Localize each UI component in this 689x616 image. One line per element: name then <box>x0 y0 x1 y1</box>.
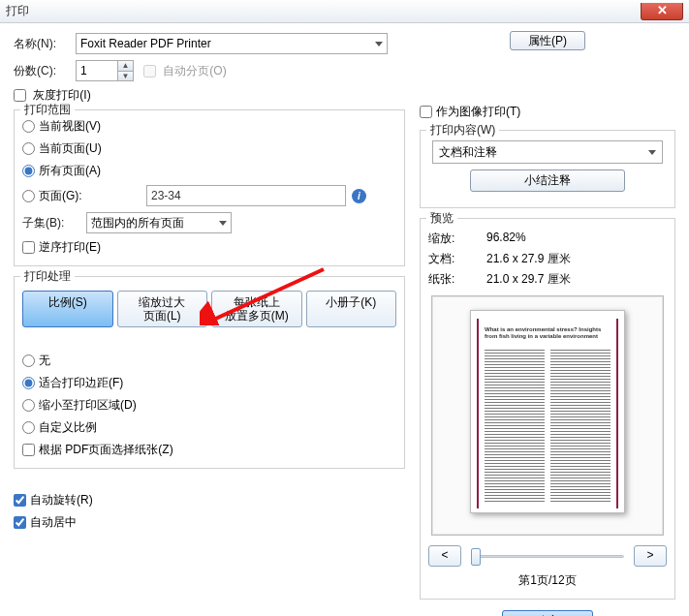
paper-label: 纸张: <box>428 271 486 288</box>
copies-spinner[interactable]: ▲ ▼ <box>76 60 134 81</box>
zoom-value: 96.82% <box>486 231 667 247</box>
window-title: 打印 <box>6 3 29 19</box>
next-page-button[interactable]: > <box>634 545 667 567</box>
copies-label: 份数(C): <box>14 63 76 79</box>
auto-center-checkbox[interactable]: 自动居中 <box>14 514 77 531</box>
print-handling-group: 打印处理 比例(S) 缩放过大 页面(L) 每张纸上 放置多页(M) 小册子(K… <box>14 276 405 469</box>
right-column: 属性(P) 作为图像打印(T) 打印内容(W) 文档和注释 小结注释 预览 缩放… <box>420 33 675 616</box>
zoom-label: 缩放: <box>428 231 486 247</box>
grayscale-input[interactable] <box>14 89 26 102</box>
title-bar: 打印 ✕ <box>0 0 689 23</box>
scale-tab[interactable]: 比例(S) <box>22 291 113 327</box>
all-pages-radio[interactable]: 所有页面(A) <box>22 163 101 179</box>
printer-select[interactable]: Foxit Reader PDF Printer <box>76 33 388 54</box>
collate-checkbox: 自动分页(O) <box>143 63 227 79</box>
document-thumbnail: What is an environmental stress? Insight… <box>470 310 625 513</box>
chevron-down-icon <box>375 42 383 46</box>
current-view-radio[interactable]: 当前视图(V) <box>22 118 101 135</box>
ok-button[interactable]: 确定 <box>502 610 593 616</box>
chevron-down-icon <box>648 150 656 155</box>
copies-input[interactable] <box>77 61 117 80</box>
chevron-down-icon <box>219 221 227 226</box>
left-column: 名称(N): Foxit Reader PDF Printer 份数(C): ▲… <box>14 33 405 537</box>
print-content-group: 打印内容(W) 文档和注释 小结注释 <box>420 130 675 208</box>
subset-label: 子集(B): <box>22 215 86 231</box>
paper-size-value: 21.0 x 29.7 厘米 <box>486 271 667 288</box>
pdf-page-size-checkbox[interactable]: 根据 PDF页面选择纸张(Z) <box>22 442 173 458</box>
printer-name-label: 名称(N): <box>14 36 76 52</box>
prev-page-button[interactable]: < <box>428 545 461 567</box>
doc-size-value: 21.6 x 27.9 厘米 <box>486 251 667 267</box>
slider-thumb[interactable] <box>471 548 481 566</box>
print-range-legend: 打印范围 <box>20 102 75 118</box>
print-as-image-checkbox[interactable]: 作为图像打印(T) <box>420 105 520 118</box>
collate-input <box>143 65 156 77</box>
grayscale-label: 灰度打印(I) <box>33 88 90 102</box>
preview-group: 预览 缩放: 96.82% 文档: 21.6 x 27.9 厘米 纸张: 21.… <box>420 218 675 600</box>
subset-select[interactable]: 范围内的所有页面 <box>86 212 232 233</box>
info-icon[interactable]: i <box>352 189 366 203</box>
shrink-radio[interactable]: 缩小至打印区域(D) <box>22 397 137 414</box>
pages-input[interactable] <box>146 185 346 206</box>
page-slider[interactable] <box>471 546 624 566</box>
properties-button[interactable]: 属性(P) <box>510 31 585 50</box>
printer-selected-value: Foxit Reader PDF Printer <box>80 37 211 50</box>
summarize-button[interactable]: 小结注释 <box>470 169 625 192</box>
auto-rotate-checkbox[interactable]: 自动旋转(R) <box>14 492 93 508</box>
print-range-group: 打印范围 当前视图(V) 当前页面(U) 所有页面(A) 页面(G): i 子集… <box>14 109 405 266</box>
current-page-radio[interactable]: 当前页面(U) <box>22 140 102 157</box>
fit-tab[interactable]: 缩放过大 页面(L) <box>117 291 208 327</box>
preview-legend: 预览 <box>426 210 457 227</box>
spin-up-icon[interactable]: ▲ <box>117 61 133 72</box>
print-content-legend: 打印内容(W) <box>426 122 499 139</box>
doc-title: What is an environmental stress? Insight… <box>485 326 611 340</box>
pages-radio[interactable]: 页面(G): <box>22 188 146 204</box>
multiple-tab[interactable]: 每张纸上 放置多页(M) <box>211 291 302 327</box>
collate-label: 自动分页(O) <box>163 64 226 77</box>
fit-margins-radio[interactable]: 适合打印边距(F) <box>22 375 123 391</box>
custom-scale-radio[interactable]: 自定义比例 <box>22 419 97 436</box>
booklet-tab[interactable]: 小册子(K) <box>306 291 397 327</box>
print-handling-legend: 打印处理 <box>20 268 75 285</box>
none-radio[interactable]: 无 <box>22 353 50 369</box>
doc-label: 文档: <box>428 251 486 267</box>
print-content-select[interactable]: 文档和注释 <box>432 140 663 164</box>
close-button[interactable]: ✕ <box>641 3 683 20</box>
spin-down-icon[interactable]: ▼ <box>117 72 133 81</box>
reverse-checkbox[interactable]: 逆序打印(E) <box>22 239 101 256</box>
pager-label: 第1页/12页 <box>428 572 667 589</box>
preview-canvas: What is an environmental stress? Insight… <box>431 295 664 536</box>
